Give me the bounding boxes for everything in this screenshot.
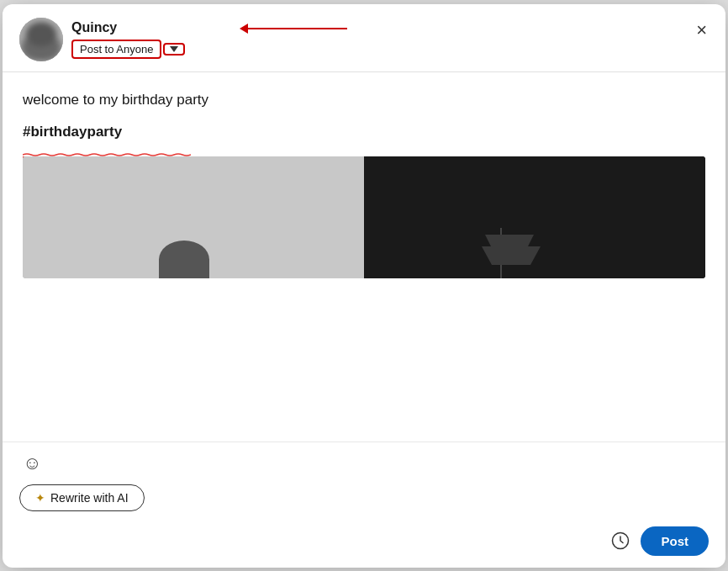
- content-area[interactable]: welcome to my birthday party #birthdaypa…: [3, 72, 725, 441]
- arrow-line: [246, 28, 347, 29]
- emoji-button[interactable]: ☺: [19, 451, 45, 476]
- image-right-section: [364, 156, 705, 278]
- audience-badge: Post to Anyone: [71, 40, 161, 59]
- username: Quincy: [71, 19, 185, 35]
- image-left-section: [23, 156, 364, 278]
- smiley-icon: ☺: [23, 452, 41, 473]
- rewrite-label: Rewrite with AI: [50, 491, 129, 505]
- avatar-image: [19, 18, 63, 61]
- chevron-down-icon: [170, 46, 178, 52]
- post-modal: Quincy Post to Anyone × welcome to my bi…: [3, 4, 725, 568]
- post-text: welcome to my birthday party: [23, 89, 705, 111]
- post-button[interactable]: Post: [641, 526, 709, 556]
- post-image: [23, 156, 705, 278]
- hashtag-line: #birthdayparty: [23, 124, 122, 140]
- schedule-button[interactable]: [610, 531, 630, 551]
- close-button[interactable]: ×: [691, 18, 712, 43]
- annotation-arrow: [246, 28, 347, 29]
- bottom-toolbar: ☺ ✦ Rewrite with AI: [3, 441, 725, 518]
- clock-icon: [610, 531, 630, 551]
- audience-dropdown-button[interactable]: [163, 43, 185, 56]
- image-tree-silhouette: [500, 228, 502, 278]
- modal-footer: Post: [3, 518, 725, 568]
- rewrite-ai-button[interactable]: ✦ Rewrite with AI: [19, 484, 145, 511]
- hashtag-text: #birthdayparty: [23, 124, 191, 156]
- modal-overlay: Quincy Post to Anyone × welcome to my bi…: [0, 0, 728, 571]
- audience-selector: Post to Anyone: [71, 40, 185, 59]
- avatar: [19, 18, 63, 61]
- emoji-row: ☺: [19, 451, 709, 476]
- post-image-inner: [23, 156, 705, 278]
- modal-header: Quincy Post to Anyone ×: [3, 4, 725, 71]
- image-rock-silhouette: [159, 241, 209, 278]
- avatar-silhouette: [19, 18, 63, 61]
- hashtag-container: #birthdayparty: [23, 124, 705, 156]
- user-info: Quincy Post to Anyone: [71, 19, 185, 58]
- sparkle-icon: ✦: [35, 491, 45, 505]
